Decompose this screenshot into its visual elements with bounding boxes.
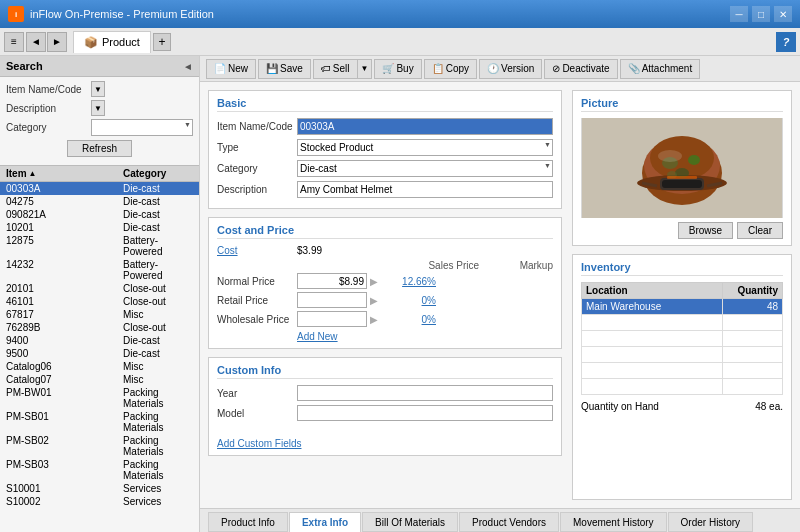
- wholesale-price-input[interactable]: [297, 311, 367, 327]
- list-item[interactable]: Catalog07Misc: [0, 373, 199, 386]
- basic-section: Basic Item Name/Code Type Stocked Produc…: [208, 90, 562, 209]
- list-item[interactable]: PM-SB02Packing Materials: [0, 434, 199, 458]
- search-collapse-button[interactable]: ◄: [183, 61, 193, 72]
- bottom-tab-order-history[interactable]: Order History: [668, 512, 753, 532]
- category-field-wrapper: Die-cast: [297, 160, 553, 177]
- description-dropdown[interactable]: ▼: [91, 100, 105, 116]
- picture-title: Picture: [581, 97, 783, 112]
- copy-button[interactable]: 📋 Copy: [424, 59, 477, 79]
- quantity-on-hand-label: Quantity on Hand: [581, 401, 659, 412]
- retail-price-input[interactable]: [297, 292, 367, 308]
- add-tab-button[interactable]: +: [153, 33, 171, 51]
- list-item[interactable]: 46101Close-out: [0, 295, 199, 308]
- browse-button[interactable]: Browse: [678, 222, 733, 239]
- list-item[interactable]: S10001Services: [0, 482, 199, 495]
- list-item[interactable]: Catalog06Misc: [0, 360, 199, 373]
- normal-price-markup[interactable]: 12.66%: [381, 276, 436, 287]
- sell-icon: 🏷: [321, 63, 331, 74]
- bottom-tab-movement-history[interactable]: Movement History: [560, 512, 667, 532]
- retail-price-row: Retail Price ▶ 0%: [217, 292, 553, 308]
- wholesale-price-markup[interactable]: 0%: [381, 314, 436, 325]
- product-tab[interactable]: 📦 Product: [73, 31, 151, 53]
- svg-point-13: [658, 150, 682, 162]
- item-name-input[interactable]: [297, 118, 553, 135]
- quantity-on-hand-value: 48 ea.: [755, 401, 783, 412]
- search-fields: Item Name/Code ▼ Description ▼ Category …: [0, 77, 199, 165]
- refresh-button[interactable]: Refresh: [67, 140, 132, 157]
- help-button[interactable]: ?: [776, 32, 796, 52]
- description-input[interactable]: [297, 181, 553, 198]
- list-item[interactable]: 12875Battery-Powered: [0, 234, 199, 258]
- bottom-tab-extra-info[interactable]: Extra Info: [289, 512, 361, 532]
- list-item[interactable]: PM-SB03Packing Materials: [0, 458, 199, 482]
- description-field-row: Description: [217, 181, 553, 198]
- list-item[interactable]: 14232Battery-Powered: [0, 258, 199, 282]
- attachment-button[interactable]: 📎 Attachment: [620, 59, 701, 79]
- minimize-button[interactable]: ─: [730, 6, 748, 22]
- category-search-row: Category: [6, 119, 193, 136]
- deactivate-button[interactable]: ⊘ Deactivate: [544, 59, 617, 79]
- add-new-price-link[interactable]: Add New: [217, 331, 338, 342]
- nav-forward-button[interactable]: ►: [47, 32, 67, 52]
- bottom-tab-product-vendors[interactable]: Product Vendors: [459, 512, 559, 532]
- cost-value: $3.99: [297, 245, 322, 256]
- action-bar: 📄 New 💾 Save 🏷 Sell ▼ 🛒 Buy 📋 Copy: [200, 56, 800, 82]
- retail-price-markup[interactable]: 0%: [381, 295, 436, 306]
- normal-price-input[interactable]: [297, 273, 367, 289]
- description-search-row: Description ▼: [6, 100, 193, 116]
- year-input[interactable]: [297, 385, 553, 401]
- nav-buttons: ◄ ►: [26, 32, 67, 52]
- item-name-dropdown[interactable]: ▼: [91, 81, 105, 97]
- new-button[interactable]: 📄 New: [206, 59, 256, 79]
- list-item[interactable]: 10201Die-cast: [0, 221, 199, 234]
- normal-price-label: Normal Price: [217, 276, 297, 287]
- wholesale-price-arrow: ▶: [370, 314, 378, 325]
- buy-button[interactable]: 🛒 Buy: [374, 59, 421, 79]
- item-name-field-row: Item Name/Code: [217, 118, 553, 135]
- custom-info-title: Custom Info: [217, 364, 553, 379]
- list-item[interactable]: 04275Die-cast: [0, 195, 199, 208]
- wholesale-price-label: Wholesale Price: [217, 314, 297, 325]
- list-item[interactable]: PM-SB01Packing Materials: [0, 410, 199, 434]
- list-item[interactable]: 76289BClose-out: [0, 321, 199, 334]
- model-field-row: Model: [217, 405, 553, 421]
- add-custom-fields-link[interactable]: Add Custom Fields: [217, 438, 301, 449]
- menu-button[interactable]: ≡: [4, 32, 24, 52]
- sell-button[interactable]: 🏷 Sell: [313, 59, 358, 79]
- search-title: Search: [6, 60, 43, 72]
- list-item[interactable]: 20101Close-out: [0, 282, 199, 295]
- version-button[interactable]: 🕐 Version: [479, 59, 542, 79]
- bottom-tab-bill-of-materials[interactable]: Bill Of Materials: [362, 512, 458, 532]
- maximize-button[interactable]: □: [752, 6, 770, 22]
- list-item[interactable]: 090821ADie-cast: [0, 208, 199, 221]
- quantity-col-header: Quantity: [723, 283, 783, 299]
- list-item[interactable]: 00303ADie-cast: [0, 182, 199, 195]
- category-search-label: Category: [6, 122, 91, 133]
- category-select[interactable]: [91, 119, 193, 136]
- search-header: Search ◄: [0, 56, 199, 77]
- new-icon: 📄: [214, 63, 226, 74]
- list-item[interactable]: PM-BW01Packing Materials: [0, 386, 199, 410]
- bottom-tab-product-info[interactable]: Product Info: [208, 512, 288, 532]
- list-item[interactable]: 9500Die-cast: [0, 347, 199, 360]
- close-button[interactable]: ✕: [774, 6, 792, 22]
- version-icon: 🕐: [487, 63, 499, 74]
- category-col-header[interactable]: Category: [123, 168, 193, 179]
- inventory-row[interactable]: Main Warehouse48: [582, 299, 783, 315]
- type-select[interactable]: Stocked Product Non-stocked Product Serv…: [297, 139, 553, 156]
- item-col-header[interactable]: Item ▲: [6, 168, 123, 179]
- list-item[interactable]: 67817Misc: [0, 308, 199, 321]
- list-item[interactable]: 9400Die-cast: [0, 334, 199, 347]
- cost-label[interactable]: Cost: [217, 245, 297, 256]
- title-bar: i inFlow On-Premise - Premium Edition ─ …: [0, 0, 800, 28]
- category-field-select[interactable]: Die-cast: [297, 160, 553, 177]
- category-field-row: Category Die-cast: [217, 160, 553, 177]
- list-item[interactable]: S10002Services: [0, 495, 199, 508]
- save-button[interactable]: 💾 Save: [258, 59, 311, 79]
- cost-field-row: Cost $3.99: [217, 245, 553, 256]
- clear-button[interactable]: Clear: [737, 222, 783, 239]
- sell-dropdown-button[interactable]: ▼: [358, 59, 373, 79]
- description-label: Description: [217, 184, 297, 195]
- model-input[interactable]: [297, 405, 553, 421]
- nav-back-button[interactable]: ◄: [26, 32, 46, 52]
